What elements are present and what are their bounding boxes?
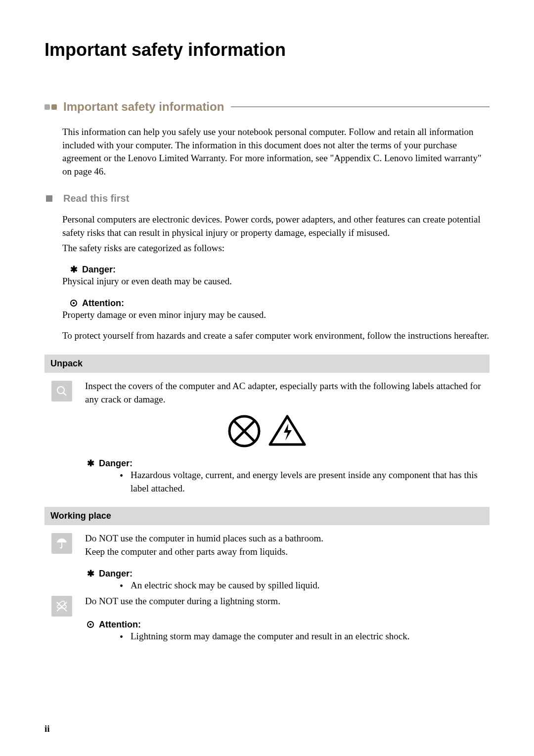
magnifier-icon <box>51 381 72 401</box>
working-place-heading: Working place <box>44 507 490 525</box>
unpack-text: Inspect the covers of the computer and A… <box>85 380 490 406</box>
bullet-icon <box>46 195 52 202</box>
paragraph: Personal computers are electronic device… <box>62 213 490 239</box>
svg-point-0 <box>57 387 64 394</box>
bullet-icon <box>44 104 50 110</box>
prohibition-icon <box>227 414 262 448</box>
circle-dot-icon <box>87 621 94 628</box>
hazard-symbols <box>44 414 490 448</box>
intro-paragraph: This information can help you safely use… <box>62 126 490 178</box>
bullet-item: An electric shock may be caused by spill… <box>120 579 490 592</box>
page-title: Important safety information <box>44 40 490 60</box>
attention-text: Property damage or even minor injury may… <box>62 309 490 322</box>
divider <box>231 106 490 107</box>
umbrella-icon <box>51 533 72 554</box>
attention-label: Attention: <box>82 298 490 309</box>
electric-warning-icon <box>267 414 307 448</box>
subsection-title: Read this first <box>63 193 129 204</box>
no-lightning-icon <box>51 596 72 617</box>
danger-label: ✱ Danger: <box>99 458 490 469</box>
star-icon: ✱ <box>70 265 78 274</box>
danger-text: Physical injury or even death may be cau… <box>62 275 490 288</box>
attention-label: Attention: <box>99 620 490 630</box>
svg-line-1 <box>63 393 66 396</box>
working-text: Do NOT use the computer during a lightni… <box>85 595 490 608</box>
danger-label: ✱ Danger: <box>99 569 490 579</box>
subsection-header: Read this first <box>44 193 490 204</box>
star-icon: ✱ <box>87 569 94 578</box>
page-number: ii <box>44 723 50 734</box>
bullet-icon <box>51 104 57 110</box>
section-header: Important safety information <box>44 100 490 114</box>
paragraph: To protect yourself from hazards and cre… <box>62 329 490 343</box>
danger-label: ✱ Danger: <box>82 265 490 275</box>
svg-marker-6 <box>284 424 292 441</box>
paragraph: The safety risks are categorized as foll… <box>62 242 490 255</box>
working-text: Do NOT use the computer in humid places … <box>85 532 490 545</box>
circle-dot-icon <box>70 300 77 307</box>
bullet-item: Hazardous voltage, current, and energy l… <box>120 469 490 495</box>
star-icon: ✱ <box>87 459 94 468</box>
working-text: Keep the computer and other parts away f… <box>85 545 490 559</box>
bullet-item: Lightning storm may damage the computer … <box>120 630 490 643</box>
section-title: Important safety information <box>63 100 224 114</box>
unpack-heading: Unpack <box>44 355 490 373</box>
